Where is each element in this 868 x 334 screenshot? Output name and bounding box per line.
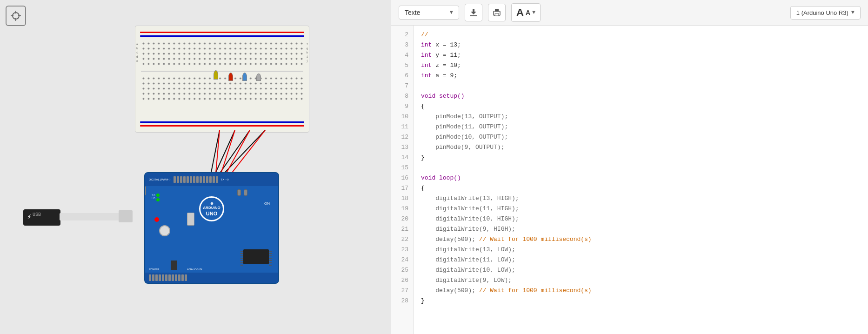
code-line: pinMode(11, OUTPUT); bbox=[421, 121, 861, 132]
line-number: 21 bbox=[391, 224, 413, 234]
code-line: int a = 9; bbox=[421, 70, 861, 80]
font-size-button[interactable]: A A ▼ bbox=[511, 3, 541, 22]
keyword-void: void bbox=[421, 93, 435, 100]
code-line: digitalWrite(9, HIGH); bbox=[421, 224, 861, 234]
svg-rect-7 bbox=[141, 76, 303, 101]
line-number: 4 bbox=[391, 50, 413, 60]
led-blue bbox=[242, 73, 247, 81]
usb-type-a-connector: ⚡ USB bbox=[23, 209, 60, 226]
svg-rect-19 bbox=[495, 13, 499, 16]
keyword-int: int bbox=[421, 72, 432, 79]
code-line: digitalWrite(11, HIGH); bbox=[421, 203, 861, 214]
keyword-int: int bbox=[421, 41, 432, 48]
code-line: // bbox=[421, 29, 861, 40]
code-editor-panel: Texte ▼ A A ▼ 1 (Arduino Uno R3) ▼ bbox=[391, 0, 868, 334]
line-number: 9 bbox=[391, 101, 413, 111]
format-dropdown[interactable]: Texte ▼ bbox=[399, 6, 459, 20]
code-line: pinMode(10, OUTPUT); bbox=[421, 132, 861, 142]
code-toolbar: Texte ▼ A A ▼ 1 (Arduino Uno R3) ▼ bbox=[391, 0, 868, 26]
svg-rect-16 bbox=[470, 15, 477, 16]
line-number: 10 bbox=[391, 111, 413, 121]
rail-bottom-blue bbox=[140, 121, 304, 123]
print-button[interactable] bbox=[488, 4, 506, 21]
code-editor: 2345678910111213141516171819202122232425… bbox=[391, 26, 868, 334]
code-line: delay(500); // Wait for 1000 millisecond… bbox=[421, 234, 861, 244]
line-number: 12 bbox=[391, 132, 413, 142]
usb-cable: ⚡ USB bbox=[23, 205, 149, 233]
line-number: 24 bbox=[391, 254, 413, 265]
code-line: pinMode(9, OUTPUT); bbox=[421, 142, 861, 152]
line-number: 22 bbox=[391, 234, 413, 244]
svg-point-20 bbox=[494, 13, 495, 13]
line-number: 28 bbox=[391, 295, 413, 306]
board-selector-arrow: ▼ bbox=[851, 9, 855, 16]
line-number: 15 bbox=[391, 162, 413, 173]
code-line: { bbox=[421, 183, 861, 193]
board-selector-label: 1 (Arduino Uno R3) bbox=[796, 9, 848, 16]
line-number: 19 bbox=[391, 203, 413, 214]
code-line: int z = 10; bbox=[421, 60, 861, 70]
download-button[interactable] bbox=[465, 4, 482, 21]
line-number: 17 bbox=[391, 183, 413, 193]
code-line: int x = 13; bbox=[421, 40, 861, 50]
line-number: 23 bbox=[391, 244, 413, 254]
code-line: digitalWrite(10, HIGH); bbox=[421, 214, 861, 224]
arduino-ic bbox=[243, 249, 269, 264]
format-dropdown-arrow: ▼ bbox=[450, 9, 453, 16]
arduino-power-led bbox=[154, 217, 159, 222]
led-gray bbox=[256, 73, 261, 81]
code-line: digitalWrite(10, LOW); bbox=[421, 265, 861, 275]
line-number: 11 bbox=[391, 121, 413, 132]
line-number: 25 bbox=[391, 265, 413, 275]
format-dropdown-label: Texte bbox=[405, 9, 420, 16]
code-line: void setup() bbox=[421, 91, 861, 101]
line-number: 8 bbox=[391, 91, 413, 101]
code-line: } bbox=[421, 295, 861, 306]
arduino-board: DIGITAL (PWM~) TX→0 ⊕ ARDUINO UNO ON bbox=[144, 172, 279, 284]
rail-bottom-red bbox=[140, 125, 304, 127]
line-number: 27 bbox=[391, 285, 413, 295]
usb-logo: ⚡ bbox=[27, 212, 32, 221]
arduino-analog-pins bbox=[145, 273, 278, 283]
code-content[interactable]: //int x = 13;int y = 11;int z = 10;int a… bbox=[414, 26, 868, 334]
code-line: digitalWrite(13, LOW); bbox=[421, 244, 861, 254]
code-line: void loop() bbox=[421, 173, 861, 183]
arduino-reset-button[interactable] bbox=[159, 225, 170, 236]
code-line: { bbox=[421, 101, 861, 111]
crosshair-icon[interactable] bbox=[6, 6, 26, 26]
line-number: 5 bbox=[391, 60, 413, 70]
code-line: digitalWrite(11, LOW); bbox=[421, 254, 861, 265]
usb-mini-connector bbox=[119, 210, 133, 222]
line-number: 3 bbox=[391, 40, 413, 50]
rail-top-red bbox=[140, 32, 304, 33]
circuit-panel: abcde fghij bbox=[0, 0, 391, 334]
led-red bbox=[228, 73, 233, 81]
line-number: 16 bbox=[391, 173, 413, 183]
code-line: } bbox=[421, 152, 861, 162]
keyword-void: void bbox=[421, 174, 435, 181]
svg-rect-6 bbox=[141, 41, 303, 67]
font-size-arrow: ▼ bbox=[532, 9, 535, 16]
font-icon-small: A bbox=[526, 9, 530, 16]
line-number: 14 bbox=[391, 152, 413, 162]
line-number: 20 bbox=[391, 214, 413, 224]
font-icon: A bbox=[516, 7, 524, 19]
code-line: pinMode(13, OUTPUT); bbox=[421, 111, 861, 121]
line-number: 6 bbox=[391, 70, 413, 80]
rail-top-blue bbox=[140, 35, 304, 37]
line-number: 18 bbox=[391, 193, 413, 203]
board-selector[interactable]: 1 (Arduino Uno R3) ▼ bbox=[790, 6, 861, 20]
svg-point-0 bbox=[13, 13, 19, 19]
breadboard: abcde fghij bbox=[135, 26, 309, 133]
line-number: 26 bbox=[391, 275, 413, 285]
code-line: int y = 11; bbox=[421, 50, 861, 60]
code-line: digitalWrite(13, HIGH); bbox=[421, 193, 861, 203]
keyword-int: int bbox=[421, 52, 432, 59]
code-line: digitalWrite(9, LOW); bbox=[421, 275, 861, 285]
usb-cable-body bbox=[60, 213, 120, 220]
arduino-digital-pins: DIGITAL (PWM~) TX→0 bbox=[145, 173, 278, 186]
keyword-int: int bbox=[421, 62, 432, 69]
code-line: delay(500); // Wait for 1000 millisecond… bbox=[421, 285, 861, 295]
led-yellow bbox=[214, 70, 218, 80]
line-number: 7 bbox=[391, 80, 413, 91]
